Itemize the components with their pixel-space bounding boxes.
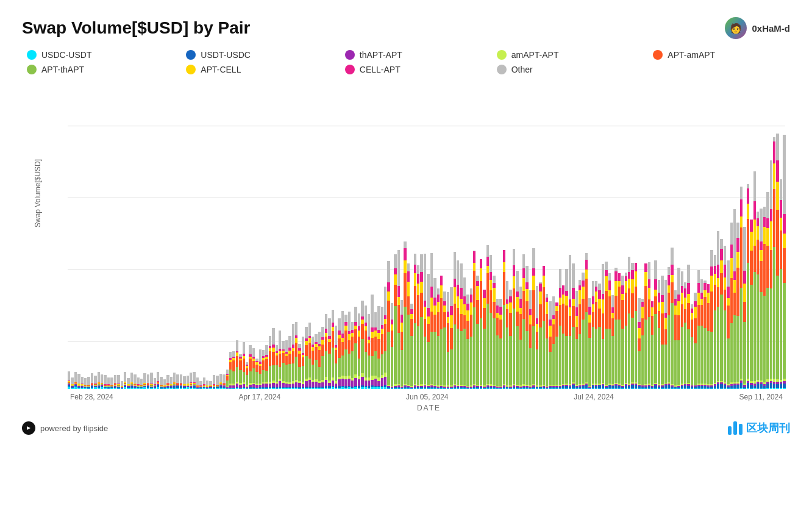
bar-group — [114, 375, 116, 389]
bar-segment — [394, 306, 396, 384]
bar-group — [635, 263, 637, 389]
bar-segment — [549, 320, 551, 326]
bar-group — [770, 160, 772, 389]
bar-segment — [562, 334, 564, 384]
bar-segment — [631, 270, 633, 279]
bar-group — [417, 265, 419, 389]
bar-segment — [539, 388, 541, 389]
bar-segment — [117, 375, 119, 384]
bar-group — [321, 327, 324, 389]
x-tick-0: Feb 28, 2024 — [70, 393, 113, 401]
bar-group — [575, 291, 578, 389]
bar-group — [249, 345, 251, 389]
bar-segment — [618, 287, 621, 320]
bar-group — [753, 171, 756, 389]
bar-segment — [496, 306, 499, 313]
bar-segment — [595, 329, 597, 384]
bar-segment — [707, 284, 710, 293]
bar-segment — [143, 373, 146, 383]
bar-segment — [292, 324, 294, 345]
bar-segment — [747, 219, 749, 263]
bar-segment — [371, 295, 373, 327]
bar-segment — [516, 388, 518, 389]
bar-group — [450, 287, 452, 389]
bar-segment — [783, 384, 785, 388]
bar-segment — [302, 388, 304, 389]
bar-segment — [154, 388, 156, 389]
bar-segment — [569, 316, 571, 337]
bar-segment — [539, 304, 541, 328]
bar-segment — [595, 302, 597, 329]
bar-group — [203, 377, 205, 389]
bar-segment — [681, 271, 683, 287]
bar-segment — [443, 388, 446, 389]
bar-segment — [410, 336, 413, 386]
bar-segment — [747, 388, 749, 389]
bar-segment — [641, 388, 644, 389]
bar-segment — [743, 388, 746, 389]
bar-segment — [440, 285, 443, 298]
bar-segment — [121, 388, 123, 389]
bar-group — [621, 276, 624, 389]
bar-segment — [226, 376, 229, 380]
bar-segment — [635, 287, 637, 311]
bar-segment — [292, 363, 294, 381]
bar-segment — [358, 326, 360, 331]
bar-group — [226, 370, 229, 389]
bar-segment — [457, 296, 459, 307]
bar-group — [276, 345, 278, 389]
bar-segment — [332, 331, 334, 348]
bar-segment — [546, 338, 548, 385]
bar-segment — [552, 388, 555, 389]
bar-group — [598, 284, 600, 389]
bar-segment — [552, 315, 555, 320]
bar-segment — [638, 298, 640, 322]
bar-segment — [466, 310, 469, 321]
bar-segment — [483, 308, 485, 329]
bar-segment — [736, 238, 739, 252]
bar-segment — [374, 379, 377, 386]
bar-group — [750, 220, 752, 389]
bar-segment — [223, 374, 225, 384]
bar-segment — [160, 388, 162, 390]
bar-segment — [295, 322, 297, 335]
bar-segment — [710, 266, 713, 276]
bar-group — [496, 299, 499, 389]
bar-segment — [644, 388, 647, 389]
bar-segment — [454, 287, 456, 304]
legend-dot-4 — [653, 50, 663, 60]
bar-segment — [410, 388, 413, 389]
bar-segment — [338, 338, 340, 358]
bar-segment — [328, 354, 330, 381]
bar-segment — [298, 383, 301, 387]
bar-segment — [664, 313, 667, 318]
bar-group — [443, 291, 446, 389]
bar-segment — [401, 350, 403, 386]
bar-segment — [575, 388, 578, 389]
bar-segment — [282, 363, 284, 381]
bar-group — [121, 381, 123, 389]
bar-segment — [384, 287, 386, 316]
bar-segment — [700, 388, 703, 389]
bar-segment — [760, 388, 762, 389]
bar-segment — [608, 281, 611, 290]
bar-segment — [582, 320, 584, 384]
bar-segment — [503, 250, 505, 262]
bar-segment — [694, 301, 696, 307]
bar-segment — [691, 388, 693, 389]
bar-segment — [747, 383, 749, 388]
bar-segment — [341, 342, 344, 356]
bar-segment — [733, 280, 736, 293]
bar-segment — [407, 315, 410, 385]
bar-segment — [466, 295, 469, 304]
bar-segment — [344, 326, 347, 331]
legend-label-6: APT-CELL — [201, 65, 241, 74]
bars-container — [68, 84, 785, 389]
bar-segment — [157, 387, 159, 389]
bar-segment — [621, 300, 624, 328]
bar-segment — [305, 388, 307, 389]
bar-segment — [447, 317, 449, 323]
bar-segment — [414, 273, 416, 286]
bar-segment — [773, 189, 775, 248]
bar-segment — [519, 287, 522, 299]
